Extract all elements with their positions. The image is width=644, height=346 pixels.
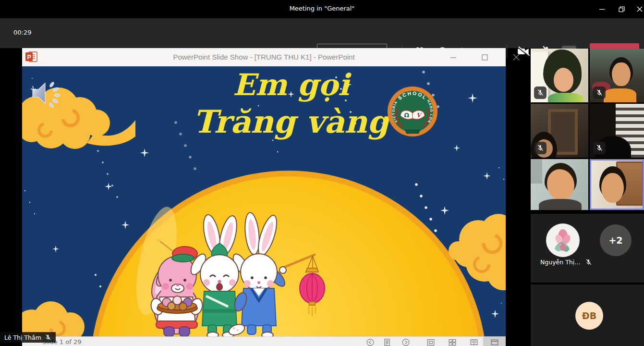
mute-badge — [593, 142, 606, 154]
video-tile[interactable] — [590, 49, 644, 102]
video-tile[interactable] — [590, 104, 644, 158]
presenter-name: Lê Thị Thắm — [4, 334, 41, 341]
mic-muted-icon — [536, 89, 544, 97]
participants-panel: +2 Nguyễn Thị… — [531, 214, 644, 283]
tile-person-face — [612, 62, 630, 86]
ppt-close-button[interactable] — [506, 48, 527, 66]
video-tile[interactable] — [590, 159, 644, 210]
tile-person-shirt — [604, 88, 636, 102]
mic-muted-icon — [595, 89, 603, 97]
slide-sorter-view-button[interactable] — [448, 338, 457, 346]
previous-slide-button[interactable] — [365, 338, 375, 346]
mic-muted-icon — [45, 334, 51, 341]
window-restore-button[interactable] — [612, 0, 631, 18]
ppt-maximize-button[interactable] — [474, 48, 495, 66]
tile-person-shirt — [548, 93, 583, 102]
tile-person-face — [601, 173, 624, 203]
ppt-window-title: PowerPoint Slide Show - [TRUNG THU K1] -… — [22, 53, 506, 61]
meeting-timer: 00:29 — [13, 29, 31, 36]
participant-tile-initials[interactable]: ĐB — [531, 284, 644, 346]
teams-meeting-window: Meeting in "General" 00:29 Request contr… — [0, 0, 644, 346]
participant-avatar[interactable] — [546, 223, 580, 257]
ppt-minimize-button[interactable] — [443, 48, 464, 66]
window-close-button[interactable] — [630, 0, 644, 18]
audio-speaker-icon[interactable] — [29, 79, 70, 108]
video-tile[interactable] — [531, 104, 588, 158]
shared-slide: Em gọi Trăng vàng SCHOOL VICTORIA THANG … — [22, 66, 506, 336]
video-tile[interactable] — [531, 49, 588, 102]
mute-badge — [593, 86, 606, 99]
reading-view-button[interactable] — [469, 338, 479, 346]
video-tile[interactable] — [531, 159, 588, 210]
video-grid — [531, 49, 644, 210]
logo-omega: Ω — [404, 111, 409, 119]
mute-badge — [534, 142, 547, 154]
mic-muted-icon — [585, 259, 592, 266]
mic-muted-icon — [595, 144, 603, 152]
normal-view-button[interactable] — [426, 338, 436, 346]
participant-name: Nguyễn Thị… — [540, 259, 581, 266]
tile-person-face — [547, 169, 575, 200]
meeting-toolbar: 00:29 Request control — [0, 18, 644, 48]
mic-muted-icon — [536, 144, 544, 152]
moon-illustration — [90, 171, 487, 336]
notes-button[interactable] — [382, 338, 392, 346]
cloud-bottom-left — [22, 301, 85, 336]
slideshow-view-button[interactable] — [483, 337, 506, 346]
mute-badge — [534, 86, 547, 99]
tile-person-face — [554, 68, 573, 91]
ppt-titlebar: P PowerPoint Slide Show - [TRUNG THU K1]… — [22, 48, 506, 66]
window-titlebar: Meeting in "General" — [0, 0, 644, 18]
next-slide-button[interactable] — [401, 338, 411, 346]
flower-avatar-icon — [552, 228, 574, 253]
tile-person-shirt — [539, 199, 582, 210]
participant-name-row: Nguyễn Thị… — [540, 259, 592, 266]
ppt-statusbar: Slide 1 of 29 — [22, 336, 506, 346]
school-logo: SCHOOL VICTORIA THANG LONG Ω V — [387, 86, 438, 137]
window-minimize-button[interactable] — [593, 0, 612, 18]
avatar-initials: ĐB — [575, 302, 603, 330]
participants-overflow-badge[interactable]: +2 — [600, 224, 632, 256]
meeting-title: Meeting in "General" — [0, 5, 644, 12]
presenter-name-tag: Lê Thị Thắm — [0, 332, 56, 343]
tile-background — [531, 159, 542, 184]
